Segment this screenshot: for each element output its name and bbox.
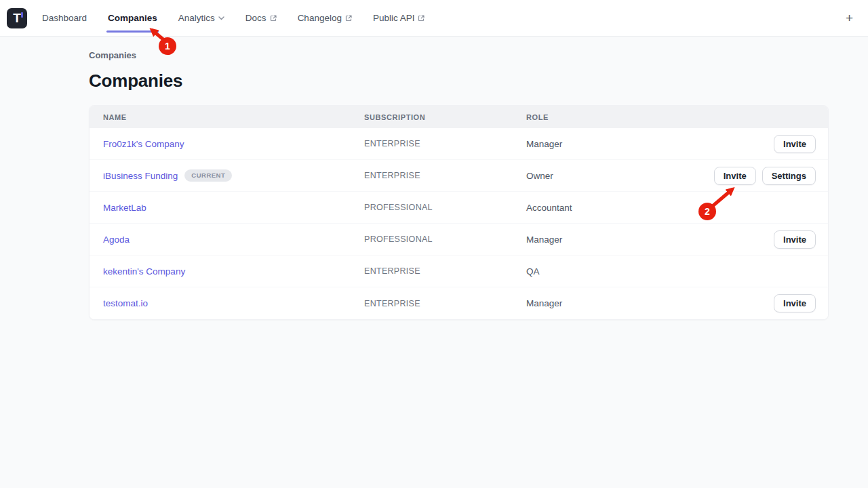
logo-letter: T [13,12,21,24]
role-cell: Owner [526,171,714,181]
table-row-ibusiness-funding: iBusiness Funding CURRENT ENTERPRISE Own… [90,160,828,192]
company-link[interactable]: MarketLab [103,203,146,213]
nav-item-public-api[interactable]: Public API [373,0,425,37]
page-title: Companies [89,70,868,92]
invite-button[interactable]: Invite [714,167,756,185]
role-cell: Manager [526,298,774,308]
table-row-testomat-io: testomat.io ENTERPRISE Manager Invite [90,287,828,319]
column-header-role: ROLE [526,113,816,121]
column-header-name: NAME [103,113,364,121]
company-name-cell: Fro0z1k's Company [103,139,364,149]
table-body: Fro0z1k's Company ENTERPRISE Manager Inv… [90,128,828,319]
role-cell: Manager [526,235,774,245]
chevron-down-icon [218,16,224,20]
nav-item-label: Changelog [298,13,342,23]
table-header-row: NAME SUBSCRIPTION ROLE [90,106,828,128]
main-content: Companies Companies NAME SUBSCRIPTION RO… [0,50,868,320]
nav-item-analytics[interactable]: Analytics [178,0,224,37]
company-link[interactable]: Agoda [103,235,130,245]
subscription-cell: ENTERPRISE [364,266,526,276]
nav-item-label: Companies [108,13,157,23]
invite-button[interactable]: Invite [774,230,816,249]
company-link[interactable]: kekentin's Company [103,266,185,277]
logo-accent-mark [21,12,23,18]
app-logo[interactable]: T [7,8,27,28]
role-cell: Accountant [526,203,816,213]
company-name-cell: iBusiness Funding CURRENT [103,169,364,182]
company-name-cell: MarketLab [103,203,364,213]
nav-item-companies[interactable]: Companies [108,0,157,37]
invite-button[interactable]: Invite [774,294,816,312]
nav-item-changelog[interactable]: Changelog [298,0,352,37]
invite-button[interactable]: Invite [774,135,816,153]
nav-item-label: Dashboard [42,13,87,23]
table-row-fro0z1k-s-company: Fro0z1k's Company ENTERPRISE Manager Inv… [90,128,828,160]
external-link-icon [345,15,352,22]
breadcrumb[interactable]: Companies [89,50,868,60]
company-name-cell: kekentin's Company [103,266,364,277]
nav-item-label: Analytics [178,13,215,23]
nav-item-docs[interactable]: Docs [245,0,277,37]
subscription-cell: PROFESSIONAL [364,203,526,212]
current-badge: CURRENT [184,169,232,182]
nav-item-dashboard[interactable]: Dashboard [42,0,87,37]
settings-button[interactable]: Settings [762,167,816,185]
nav-item-label: Public API [373,13,415,23]
role-cell: Manager [526,139,774,149]
table-row-kekentin-s-company: kekentin's Company ENTERPRISE QA [90,256,828,287]
company-link[interactable]: Fro0z1k's Company [103,139,184,149]
subscription-cell: ENTERPRISE [364,299,526,308]
external-link-icon [418,15,425,22]
subscription-cell: PROFESSIONAL [364,235,526,244]
nav-items: Dashboard Companies Analytics Docs Chang… [42,0,425,37]
company-link[interactable]: iBusiness Funding [103,171,178,181]
table-row-agoda: Agoda PROFESSIONAL Manager Invite [90,224,828,256]
subscription-cell: ENTERPRISE [364,171,526,180]
company-name-cell: Agoda [103,235,364,245]
company-name-cell: testomat.io [103,298,364,308]
add-button[interactable]: + [840,9,859,27]
table-row-marketlab: MarketLab PROFESSIONAL Accountant [90,192,828,224]
top-navbar: T Dashboard Companies Analytics Docs Cha… [0,0,868,37]
row-actions: InviteSettings [714,167,816,185]
company-link[interactable]: testomat.io [103,298,148,308]
row-actions: Invite [774,230,816,249]
row-actions: Invite [774,294,816,312]
external-link-icon [270,15,277,22]
nav-item-label: Docs [245,13,267,23]
column-header-subscription: SUBSCRIPTION [364,113,526,121]
companies-table: NAME SUBSCRIPTION ROLE Fro0z1k's Company… [89,105,829,320]
subscription-cell: ENTERPRISE [364,139,526,148]
role-cell: QA [526,266,816,277]
row-actions: Invite [774,135,816,153]
